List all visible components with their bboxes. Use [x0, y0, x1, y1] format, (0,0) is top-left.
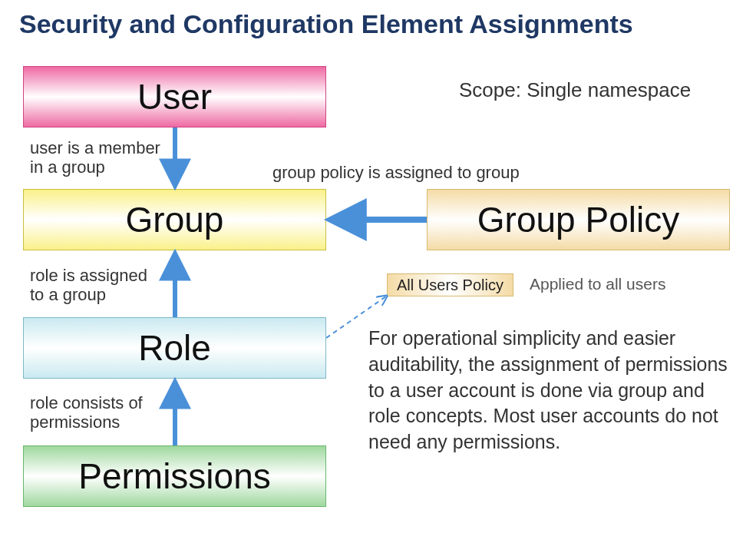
- box-group-label: Group: [126, 199, 224, 240]
- box-permissions: Permissions: [23, 445, 326, 507]
- label-aup-applied: Applied to all users: [530, 275, 665, 293]
- box-group-policy-label: Group Policy: [477, 199, 679, 240]
- box-role: Role: [23, 317, 326, 379]
- scope-label: Scope: Single namespace: [459, 78, 691, 102]
- description-text: For operational simplicity and easier au…: [368, 326, 729, 455]
- label-gpol-to-group: group policy is assigned to group: [272, 163, 520, 182]
- box-user-label: User: [137, 76, 212, 118]
- box-all-users-policy-label: All Users Policy: [397, 276, 503, 294]
- box-role-label: Role: [138, 327, 211, 369]
- label-user-to-group: user is a member in a group: [30, 138, 160, 177]
- box-group: Group: [23, 189, 326, 250]
- box-group-policy: Group Policy: [427, 189, 730, 250]
- box-all-users-policy: All Users Policy: [387, 273, 513, 296]
- label-role-to-group: role is assigned to a group: [30, 266, 147, 305]
- label-perm-to-role: role consists of permissions: [30, 393, 143, 432]
- box-user: User: [23, 66, 326, 127]
- page-title: Security and Configuration Element Assig…: [19, 9, 633, 39]
- box-permissions-label: Permissions: [78, 455, 271, 497]
